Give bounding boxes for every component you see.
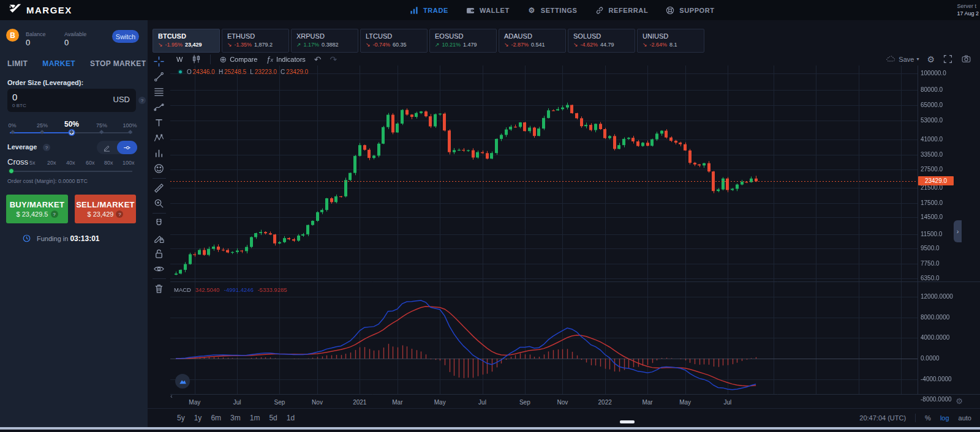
margin-mode-label[interactable]: Cross	[7, 157, 28, 166]
page-scrollbar[interactable]	[0, 427, 980, 430]
horizontal-scrollbar-thumb[interactable]	[620, 420, 635, 423]
magnet-tool[interactable]	[151, 215, 167, 231]
margex-logo[interactable]: MARGEX	[9, 3, 72, 17]
leverage-edit-button[interactable]	[97, 141, 117, 154]
redo-button[interactable]: ↷	[330, 54, 337, 64]
fullscreen-button[interactable]	[943, 54, 953, 64]
drawing-lock-tool[interactable]	[151, 231, 167, 246]
nav-support[interactable]: SUPPORT	[665, 6, 714, 15]
sell-market-button[interactable]: SELL/MARKET $ 23,429?	[75, 195, 136, 223]
fib-retracement-tool[interactable]	[151, 84, 167, 100]
switch-button[interactable]: Switch	[112, 30, 139, 43]
range-5y[interactable]: 5y	[177, 414, 185, 422]
utc-clock[interactable]: 20:47:04 (UTC)	[859, 414, 906, 422]
range-1y[interactable]: 1y	[194, 414, 202, 422]
chart-style-button[interactable]	[191, 54, 202, 64]
macd-tick: 4000.0000	[921, 334, 949, 341]
nav-trade[interactable]: TRADE	[409, 6, 448, 15]
buy-help-icon[interactable]: ?	[51, 210, 58, 218]
buy-market-button[interactable]: BUY/MARKET $ 23,429.5?	[6, 195, 68, 223]
order-size-help-icon[interactable]: ?	[138, 97, 146, 104]
leverage-track[interactable]	[10, 171, 132, 172]
chart-settings-icon[interactable]: ⚙	[927, 54, 935, 64]
ticker-xrpusd[interactable]: XRPUSD↗1.17%0.3882	[291, 29, 358, 53]
ticker-price: 0.541	[531, 42, 545, 48]
trend-line-tool[interactable]	[151, 69, 167, 84]
nav-label: TRADE	[423, 7, 448, 14]
sell-help-icon[interactable]: ?	[116, 210, 123, 218]
drawing-toolbar	[148, 53, 170, 296]
range-5d[interactable]: 5d	[269, 414, 277, 422]
ticker-price: 0.3882	[322, 42, 339, 48]
range-1m[interactable]: 1m	[250, 414, 260, 422]
undo-button[interactable]: ↶	[314, 54, 322, 64]
xabcd-pattern-tool[interactable]	[151, 130, 167, 146]
leverage-80x[interactable]: 80x	[104, 160, 113, 166]
nav-settings[interactable]: ⚙SETTINGS	[527, 6, 578, 15]
btc-coin-icon[interactable]: B	[6, 29, 19, 42]
emoji-icon	[153, 163, 165, 174]
brush-tool[interactable]	[151, 100, 167, 115]
percent-25[interactable]: 25%	[37, 122, 48, 128]
leverage-help-icon[interactable]: ?	[43, 144, 50, 151]
range-1d[interactable]: 1d	[287, 414, 295, 422]
axis-expand-chevron-icon[interactable]: ›	[954, 220, 962, 242]
order-type-tabs: LIMITMARKETSTOP MARKET	[7, 59, 146, 68]
ticker-price: 44.79	[600, 42, 614, 48]
save-layout-button[interactable]: Save ▾	[886, 54, 919, 64]
ruler-tool[interactable]	[151, 181, 167, 196]
ticker-adausd[interactable]: ADAUSD↘-2.87%0.541	[499, 29, 566, 53]
percent-0[interactable]: 0%	[8, 122, 16, 128]
range-3m[interactable]: 3m	[230, 414, 241, 422]
ticker-ethusd[interactable]: ETHUSD↘-1.35%1,879.2	[222, 29, 289, 53]
log-scale-button[interactable]: log	[940, 414, 949, 422]
order-tab-limit[interactable]: LIMIT	[7, 59, 28, 68]
leverage-5x[interactable]: 5x	[29, 160, 36, 166]
leverage-20x[interactable]: 20x	[47, 160, 56, 166]
leverage-handle[interactable]	[9, 168, 14, 174]
lock-tool[interactable]	[151, 246, 167, 261]
ticker-solusd[interactable]: SOLUSD↘-4.62%44.79	[568, 29, 635, 53]
forecast-tool[interactable]	[151, 146, 167, 161]
crosshair-tool[interactable]	[151, 54, 167, 69]
interval-button[interactable]: W	[176, 56, 183, 63]
order-size-input[interactable]: 0 0 BTC USD	[7, 89, 136, 112]
ticker-ltcusd[interactable]: LTCUSD↘-0.74%60.35	[360, 29, 428, 53]
order-size-currency[interactable]: USD	[113, 95, 130, 104]
leverage-slider-button[interactable]	[117, 141, 137, 154]
macd-tick: -4000.0000	[921, 376, 952, 382]
leverage-100x[interactable]: 100x	[123, 160, 135, 166]
order-size-slider[interactable]	[10, 132, 132, 133]
gear-icon: ⚙	[527, 6, 537, 15]
percent-100[interactable]: 100%	[123, 122, 137, 128]
text-tool[interactable]	[151, 115, 167, 130]
zoom-in-tool[interactable]	[151, 196, 167, 211]
order-tab-stop-market[interactable]: STOP MARKET	[90, 59, 146, 68]
nav-referral[interactable]: REFERRAL	[595, 6, 649, 15]
maximize-chart-button[interactable]	[175, 374, 190, 389]
price-chart-canvas[interactable]	[170, 65, 980, 395]
percent-50[interactable]: 50%	[64, 120, 79, 128]
nav-wallet[interactable]: WALLET	[466, 6, 510, 15]
main-nav: TRADEWALLET⚙SETTINGSREFERRALSUPPORT	[409, 0, 715, 20]
trash-tool[interactable]	[151, 281, 167, 296]
indicators-button[interactable]: ƒxIndicators	[266, 54, 305, 64]
range-6m[interactable]: 6m	[211, 414, 221, 422]
collapse-left-chevron-icon[interactable]: ‹	[170, 392, 173, 400]
emoji-tool[interactable]	[151, 161, 167, 176]
eye-tool[interactable]	[151, 261, 167, 277]
ticker-btcusd[interactable]: BTCUSD↘-1.95%23,429	[153, 29, 220, 53]
snapshot-button[interactable]	[961, 54, 971, 64]
auto-scale-button[interactable]: auto	[959, 414, 971, 422]
leverage-40x[interactable]: 40x	[66, 160, 75, 166]
ticker-price: 23,429	[185, 42, 202, 48]
order-tab-market[interactable]: MARKET	[42, 59, 75, 68]
percent-scale-button[interactable]: %	[925, 414, 931, 422]
percent-75[interactable]: 75%	[96, 122, 107, 128]
leverage-60x[interactable]: 60x	[86, 160, 95, 166]
series-marker-icon[interactable]	[178, 69, 183, 75]
compare-button[interactable]: ⊕Compare	[219, 54, 257, 64]
pane-settings-gear-icon[interactable]: ⚙	[956, 397, 963, 406]
ticker-uniusd[interactable]: UNIUSD↘-2.64%8.1	[637, 29, 704, 53]
ticker-eosusd[interactable]: EOSUSD↗10.21%1.479	[429, 29, 497, 53]
